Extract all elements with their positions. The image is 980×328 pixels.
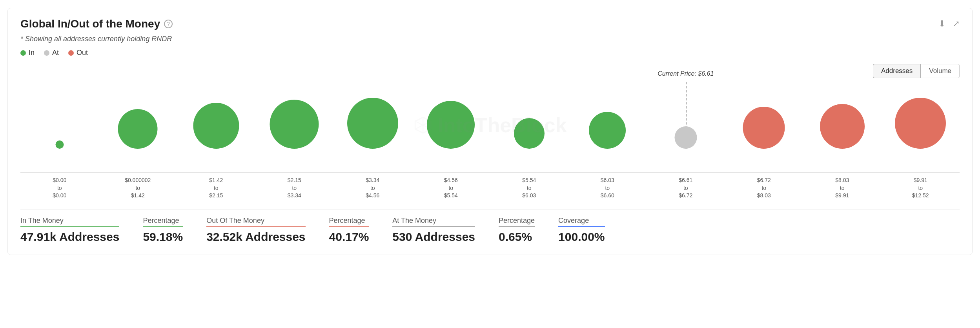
label-line3-9: $8.03 bbox=[757, 192, 771, 199]
main-card: Global In/Out of the Money ? ⬇ ⤢ * Showi… bbox=[7, 8, 973, 255]
download-icon[interactable]: ⬇ bbox=[938, 19, 945, 29]
stat-group-3: Percentage40.17% bbox=[329, 217, 369, 244]
label-line2-8: to bbox=[683, 185, 688, 191]
label-line1-2: $1.42 bbox=[209, 177, 223, 183]
label-line1-9: $6.72 bbox=[757, 177, 771, 183]
label-col-6: $5.54to$6.03 bbox=[490, 177, 568, 200]
label-line1-5: $4.56 bbox=[444, 177, 458, 183]
view-toggle: Addresses Volume bbox=[20, 64, 960, 78]
bubble-8 bbox=[674, 126, 697, 149]
legend-item-out: Out bbox=[68, 49, 88, 57]
stat-label-2: Out Of The Money bbox=[206, 217, 305, 227]
subtitle: * Showing all addresses currently holdin… bbox=[20, 35, 960, 43]
label-col-2: $1.42to$2.15 bbox=[177, 177, 255, 200]
stat-label-6: Coverage bbox=[558, 217, 605, 227]
stat-group-2: Out Of The Money32.52k Addresses bbox=[206, 217, 305, 244]
stat-label-3: Percentage bbox=[329, 217, 369, 227]
label-col-5: $4.56to$5.54 bbox=[412, 177, 490, 200]
label-col-1: $0.000002to$1.42 bbox=[99, 177, 177, 200]
card-header: Global In/Out of the Money ? ⬇ ⤢ bbox=[20, 18, 960, 30]
label-line2-6: to bbox=[527, 185, 532, 191]
stat-value-6: 100.00% bbox=[558, 230, 605, 244]
label-col-7: $6.03to$6.60 bbox=[568, 177, 647, 200]
label-line3-7: $6.60 bbox=[601, 192, 614, 199]
label-line2-1: to bbox=[135, 185, 140, 191]
label-line2-9: to bbox=[761, 185, 766, 191]
stat-group-0: In The Money47.91k Addresses bbox=[20, 217, 119, 244]
label-line1-11: $9.91 bbox=[914, 177, 927, 183]
label-col-10: $8.03to$9.91 bbox=[803, 177, 882, 200]
bubble-col-9 bbox=[725, 82, 803, 149]
bubble-6 bbox=[514, 118, 545, 149]
bubble-2 bbox=[193, 103, 239, 149]
stat-label-1: Percentage bbox=[143, 217, 183, 227]
help-icon[interactable]: ? bbox=[164, 20, 173, 28]
label-line2-11: to bbox=[918, 185, 923, 191]
label-line3-6: $6.03 bbox=[522, 192, 536, 199]
toggle-volume[interactable]: Volume bbox=[921, 64, 960, 78]
label-line1-1: $0.000002 bbox=[125, 177, 151, 183]
stat-label-5: Percentage bbox=[499, 217, 535, 227]
label-line1-8: $6.61 bbox=[679, 177, 692, 183]
label-line3-0: $0.00 bbox=[53, 192, 66, 199]
legend-dot-in bbox=[20, 50, 26, 56]
label-line2-4: to bbox=[370, 185, 375, 191]
label-line1-0: $0.00 bbox=[53, 177, 66, 183]
labels-row: $0.00to$0.00$0.000002to$1.42$1.42to$2.15… bbox=[20, 177, 960, 200]
label-line2-0: to bbox=[57, 185, 62, 191]
label-line3-8: $6.72 bbox=[679, 192, 692, 199]
stat-group-4: At The Money530 Addresses bbox=[392, 217, 475, 244]
label-col-11: $9.91to$12.52 bbox=[882, 177, 960, 200]
label-line2-2: to bbox=[214, 185, 219, 191]
bubble-col-3 bbox=[255, 82, 334, 149]
bubble-11 bbox=[895, 98, 946, 149]
legend-label-out: Out bbox=[77, 49, 88, 57]
bubble-col-5 bbox=[412, 82, 490, 149]
chart-area: Current Price: $6.61 IntoTheBlock bbox=[20, 82, 960, 168]
label-line3-2: $2.15 bbox=[209, 192, 223, 199]
stat-group-5: Percentage0.65% bbox=[499, 217, 535, 244]
label-line3-5: $5.54 bbox=[444, 192, 458, 199]
bubble-10 bbox=[820, 104, 865, 149]
label-line3-11: $12.52 bbox=[912, 192, 929, 199]
title-row: Global In/Out of the Money ? bbox=[20, 18, 173, 30]
bubble-0 bbox=[55, 140, 64, 149]
label-line3-4: $4.56 bbox=[366, 192, 379, 199]
stat-group-6: Coverage100.00% bbox=[558, 217, 605, 244]
bubble-col-7 bbox=[568, 82, 647, 149]
bubble-9 bbox=[743, 107, 785, 149]
bubble-col-10 bbox=[803, 82, 882, 149]
label-line2-5: to bbox=[448, 185, 453, 191]
label-line3-10: $9.91 bbox=[835, 192, 849, 199]
current-price-label: Current Price: $6.61 bbox=[658, 70, 714, 77]
stat-value-5: 0.65% bbox=[499, 230, 535, 244]
toggle-addresses[interactable]: Addresses bbox=[873, 64, 921, 78]
expand-icon[interactable]: ⤢ bbox=[953, 19, 960, 29]
legend: In At Out bbox=[20, 49, 960, 57]
label-line1-4: $3.34 bbox=[366, 177, 379, 183]
bubble-1 bbox=[118, 109, 158, 149]
bubble-col-0 bbox=[20, 82, 99, 149]
bubble-7 bbox=[589, 112, 626, 149]
label-line3-1: $1.42 bbox=[131, 192, 145, 199]
label-line1-6: $5.54 bbox=[522, 177, 536, 183]
stat-label-0: In The Money bbox=[20, 217, 119, 227]
bubble-col-8: Current Price: $6.61 bbox=[647, 82, 725, 149]
label-line2-3: to bbox=[292, 185, 297, 191]
legend-item-at: At bbox=[44, 49, 59, 57]
bubble-3 bbox=[270, 100, 319, 149]
bubble-col-6 bbox=[490, 82, 568, 149]
label-line2-7: to bbox=[605, 185, 610, 191]
legend-item-in: In bbox=[20, 49, 35, 57]
legend-label-in: In bbox=[29, 49, 35, 57]
stat-value-2: 32.52k Addresses bbox=[206, 230, 305, 244]
stat-value-3: 40.17% bbox=[329, 230, 369, 244]
label-line3-3: $3.34 bbox=[288, 192, 301, 199]
label-col-9: $6.72to$8.03 bbox=[725, 177, 803, 200]
stat-group-1: Percentage59.18% bbox=[143, 217, 183, 244]
bubble-5 bbox=[427, 101, 475, 149]
stat-value-1: 59.18% bbox=[143, 230, 183, 244]
bubble-col-11 bbox=[882, 82, 960, 149]
bubble-4 bbox=[347, 98, 398, 149]
bubbles-row: Current Price: $6.61 bbox=[20, 82, 960, 149]
